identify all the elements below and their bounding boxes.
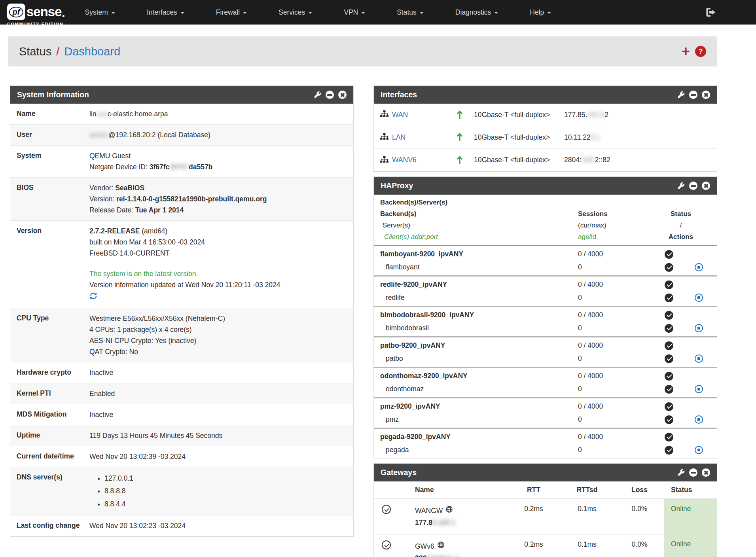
gateway-loss: 0.0% [615,540,664,549]
nav-interfaces[interactable]: Interfaces [147,8,184,17]
gateway-status-badge: Online [664,499,717,534]
gateway-name: WANGW [415,505,443,517]
nav-status[interactable]: Status [397,8,424,17]
wrench-icon[interactable] [314,91,321,99]
interface-link-lan[interactable]: LAN [392,133,405,142]
backend-sessions: 0 / 4000 [578,311,651,319]
close-icon[interactable] [702,468,710,477]
si-row-mds: MDS Mitigation Inactive [10,404,353,425]
server-name: patbo [380,354,578,363]
si-row-version: Version 2.7.2-RELEASE (amd64) built on M… [10,221,353,308]
nav-vpn[interactable]: VPN [344,8,365,17]
check-circle-icon [665,341,673,350]
stop-server-icon[interactable] [695,446,703,454]
globe-icon [445,505,453,517]
stop-server-icon[interactable] [695,385,703,393]
close-icon[interactable] [338,91,347,99]
si-row-datetime: Current date/time Wed Nov 20 13:02:39 -0… [10,446,353,467]
arrow-up-icon [445,110,474,119]
check-circle-icon [665,433,673,441]
nav-diagnostics[interactable]: Diagnostics [455,8,498,17]
si-bios-value: Vendor: SeaBIOS Version: rel-1.14.0-0-g1… [89,182,353,216]
stop-server-icon[interactable] [695,294,703,302]
gateway-loss: 0.0% [615,505,664,513]
server-sessions: 0 [578,385,651,393]
stop-server-icon[interactable] [695,415,703,424]
server-sessions: 0 [578,446,651,454]
interface-link-wanv6[interactable]: WANV6 [392,156,417,164]
haproxy-backend-group: flamboyant-9200_ipvANY0 / 4000 flamboyan… [374,246,717,277]
nav-services-label: Services [279,8,305,17]
interface-ip: 2804:0d8:2::82 [564,156,711,164]
minimize-icon[interactable] [689,182,697,190]
wrench-icon[interactable] [678,469,685,476]
backend-name: pegada-9200_ipvANY [380,433,578,441]
backend-name: bimbodobrasil-9200_ipvANY [380,311,578,319]
check-circle-icon [665,294,673,302]
backend-name: patbo-9200_ipvANY [380,341,578,350]
gateway-rtt: 0.2ms [508,505,559,513]
close-icon[interactable] [702,91,710,99]
si-user-value: admin@192.168.20.2 (Local Database) [89,129,353,140]
dns-server: 8.8.8.8 [104,485,349,497]
panel-title: Interfaces [381,90,417,99]
redacted-text: 160.8 [587,111,604,119]
sign-out-icon[interactable] [706,8,716,17]
refresh-icon[interactable] [89,292,97,300]
check-circle-icon [665,385,673,394]
si-row-dns: DNS server(s) 127.0.0.1 8.8.8.8 8.8.4.4 [10,467,353,515]
gateway-rttsd: 0.1ms [559,505,615,513]
stop-server-icon[interactable] [695,354,703,363]
si-kernelpti-value: Enabled [89,388,353,399]
gateway-row-gwv6: GWv6 2804:0d8:2::1 0.2ms 0.1ms 0.0% Onli… [374,534,717,557]
minimize-icon[interactable] [689,91,697,99]
si-hwcrypto-value: Inactive [89,367,353,378]
nav-system-label: System [85,8,108,17]
nav-system[interactable]: System [85,8,115,17]
add-widget-icon[interactable]: + [682,44,690,59]
chevron-down-icon [308,12,312,14]
nav-help[interactable]: Help [530,8,551,17]
wrench-icon[interactable] [678,91,685,99]
minimize-icon[interactable] [326,91,334,99]
wrench-icon[interactable] [678,182,685,189]
nav-firewall-label: Firewall [216,8,240,17]
stop-server-icon[interactable] [695,324,703,332]
gateway-rttsd: 0.1ms [559,540,615,549]
server-name: odonthomaz [380,385,578,393]
minimize-icon[interactable] [689,468,697,477]
si-uptime-label: Uptime [10,430,89,441]
backend-name: odonthomaz-9200_ipvANY [380,372,578,380]
check-circle-icon [665,250,673,259]
check-circle-outline-icon [374,540,398,549]
interfaces-panel: Interfaces WAN 10Gbase-T <full-duplex> 1… [373,85,717,172]
backend-sessions: 0 / 4000 [578,341,651,350]
panel-title: HAProxy [381,181,413,190]
nav-interfaces-label: Interfaces [147,8,177,17]
gateway-ip: 2804:0d8:2::1 [415,554,459,557]
help-icon[interactable]: ? [695,46,706,57]
chevron-down-icon [494,12,498,14]
breadcrumb-page-link[interactable]: Dashboard [64,45,120,58]
pfsense-logo[interactable]: pf sense COMMUNITY EDITION [7,4,64,27]
si-version-label: Version [10,225,89,303]
si-dns-label: DNS server(s) [10,472,89,510]
si-mds-label: MDS Mitigation [10,409,89,420]
si-datetime-value: Wed Nov 20 13:02:39 -03 2024 [89,451,353,462]
interface-ip: 10.11.228.1 [564,133,711,142]
interface-row-wan: WAN 10Gbase-T <full-duplex> 177.85.160.8… [374,104,717,126]
si-system-value: QEMU Guest Netgate Device ID: 3f67fc2975… [89,150,353,172]
nav-firewall[interactable]: Firewall [216,8,247,17]
stop-server-icon[interactable] [695,263,703,271]
interface-link-wan[interactable]: WAN [392,111,408,119]
si-row-cpu: CPU Type Westmere E56xx/L56xx/X56xx (Neh… [10,308,353,362]
si-name-label: Name [10,108,89,119]
gateway-name: GWv6 [415,540,434,552]
si-row-hardware-crypto: Hardware crypto Inactive [10,362,353,383]
server-sessions: 0 [578,294,651,302]
breadcrumb-section: Status [19,45,51,58]
nav-services[interactable]: Services [279,8,312,17]
system-information-panel: System Information Name linuxpc-elastic.… [10,85,354,537]
close-icon[interactable] [702,182,710,190]
pfsense-logo-tile: pf [7,4,25,20]
